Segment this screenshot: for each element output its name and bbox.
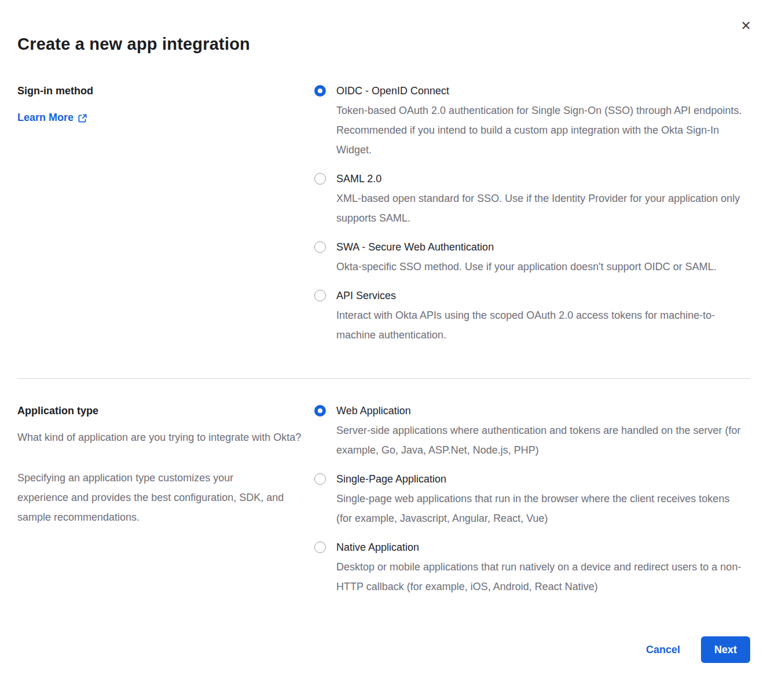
radio-selected-icon[interactable]: [314, 405, 326, 417]
application-type-left-column: Application type What kind of applicatio…: [17, 401, 314, 606]
section-divider: [17, 378, 750, 379]
signin-method-options: OIDC - OpenID Connect Token-based OAuth …: [314, 81, 750, 354]
next-button[interactable]: Next: [701, 636, 750, 663]
radio-selected-icon[interactable]: [314, 85, 326, 97]
option-label: Web Application: [336, 401, 750, 421]
page-title: Create a new app integration: [17, 34, 750, 54]
option-description: XML-based open standard for SSO. Use if …: [336, 189, 750, 228]
radio-option-single-page-application[interactable]: Single-Page Application Single-page web …: [314, 469, 750, 528]
option-description: Interact with Okta APIs using the scoped…: [336, 305, 744, 345]
option-description: Okta-specific SSO method. Use if your ap…: [336, 257, 717, 277]
learn-more-link[interactable]: Learn More: [17, 108, 87, 127]
radio-unselected-icon[interactable]: [314, 473, 326, 485]
radio-unselected-icon[interactable]: [314, 173, 326, 185]
application-type-question: What kind of application are you trying …: [17, 428, 307, 447]
option-label: OIDC - OpenID Connect: [336, 81, 750, 101]
signin-method-section: Sign-in method Learn More: [17, 81, 750, 354]
option-description: Server-side applications where authentic…: [336, 421, 750, 460]
option-description: Single-page web applications that run in…: [336, 489, 730, 528]
learn-more-label: Learn More: [17, 108, 74, 127]
option-label: Native Application: [336, 537, 744, 557]
radio-option-saml[interactable]: SAML 2.0 XML-based open standard for SSO…: [314, 169, 750, 228]
option-description: Token-based OAuth 2.0 authentication for…: [336, 101, 750, 160]
radio-unselected-icon[interactable]: [314, 241, 326, 253]
application-type-label: Application type: [17, 401, 314, 421]
option-label: Single-Page Application: [336, 469, 730, 489]
option-description: Desktop or mobile applications that run …: [336, 557, 744, 596]
radio-option-swa[interactable]: SWA - Secure Web Authentication Okta-spe…: [314, 237, 750, 277]
signin-method-label: Sign-in method: [17, 81, 314, 101]
option-label: SWA - Secure Web Authentication: [336, 237, 717, 257]
radio-option-web-application[interactable]: Web Application Server-side applications…: [314, 401, 750, 460]
cancel-button[interactable]: Cancel: [646, 644, 680, 656]
application-type-help-text: Specifying an application type customize…: [17, 468, 287, 527]
radio-unselected-icon[interactable]: [314, 541, 326, 553]
create-app-integration-dialog: ✕ Create a new app integration Sign-in m…: [0, 0, 771, 700]
external-link-icon: [78, 112, 87, 123]
radio-option-native-application[interactable]: Native Application Desktop or mobile app…: [314, 537, 750, 596]
dialog-footer: Cancel Next: [17, 636, 750, 663]
radio-unselected-icon[interactable]: [314, 290, 326, 301]
radio-option-oidc[interactable]: OIDC - OpenID Connect Token-based OAuth …: [314, 81, 750, 160]
option-label: API Services: [336, 286, 744, 305]
option-label: SAML 2.0: [336, 169, 750, 189]
signin-method-left-column: Sign-in method Learn More: [17, 81, 314, 354]
close-icon[interactable]: ✕: [741, 20, 751, 32]
application-type-options: Web Application Server-side applications…: [314, 401, 750, 606]
radio-option-api-services[interactable]: API Services Interact with Okta APIs usi…: [314, 286, 750, 345]
application-type-section: Application type What kind of applicatio…: [17, 401, 750, 606]
